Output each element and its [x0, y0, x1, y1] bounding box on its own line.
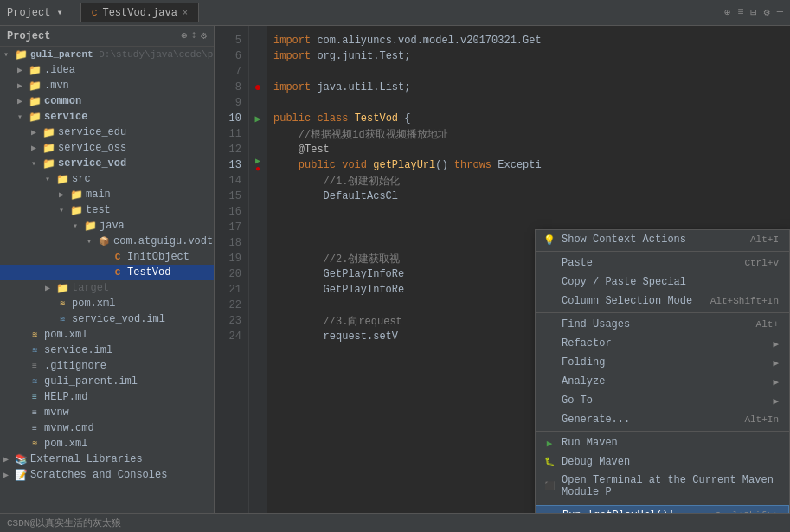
scroll-icon[interactable]: ↕ [191, 29, 197, 42]
menu-left-goto: Go To [543, 394, 593, 407]
project-label: Project ▾ [7, 6, 63, 19]
menu-item-run-getplayurl[interactable]: ▶ Run 'getPlayUrl()' Ctrl+Shift+ [536, 505, 789, 513]
sidebar-item-pom-root[interactable]: ▶ ≋ pom.xml [0, 436, 214, 452]
tab-filename: TestVod.java [102, 7, 177, 19]
oss-arrow: ▶ [31, 143, 42, 153]
pom-vod-icon: ≋ [55, 297, 69, 311]
gutter-22 [249, 298, 267, 313]
gutter-17 [249, 220, 267, 235]
settings-sidebar-icon[interactable]: ⚙ [201, 29, 207, 42]
service-label: service [44, 111, 87, 123]
sidebar-item-mvnw-cmd[interactable]: ▶ ≡ mvnw.cmd [0, 420, 214, 436]
sidebar-item-mvn[interactable]: ▶ 📁 .mvn [0, 78, 214, 93]
open-terminal-icon: ⬛ [543, 479, 556, 493]
menu-item-show-context[interactable]: 💡 Show Context Actions Alt+I [536, 230, 789, 249]
gutter-23 [249, 313, 267, 329]
menu-label-find-usages: Find Usages [562, 318, 630, 330]
target-folder-icon: 📁 [55, 281, 69, 295]
menu-sep-1 [536, 251, 789, 252]
menu-item-copy-paste[interactable]: Copy / Paste Special [536, 272, 789, 292]
toolbar-icon-2[interactable]: ≡ [737, 6, 743, 19]
sidebar-item-src[interactable]: ▾ 📁 src [0, 171, 214, 187]
sidebar-item-package[interactable]: ▾ 📦 com.atguigu.vodtest [0, 234, 214, 249]
tree-root[interactable]: ▾ 📁 guli_parent D:\study\java\code\proje… [0, 47, 214, 62]
sidebar-item-test[interactable]: ▾ 📁 test [0, 202, 214, 218]
menu-item-open-terminal[interactable]: ⬛ Open Terminal at the Current Maven Mod… [536, 471, 789, 501]
menu-item-debug-maven[interactable]: 🐛 Debug Maven [536, 452, 789, 471]
sidebar-item-common[interactable]: ▶ 📁 common [0, 93, 214, 109]
minimize-icon[interactable]: ─ [777, 6, 783, 19]
toolbar-icon-1[interactable]: ⊕ [724, 6, 730, 19]
sidebar-item-help[interactable]: ▶ ≡ HELP.md [0, 389, 214, 405]
paste-icon [543, 256, 556, 270]
menu-item-run-maven[interactable]: ▶ Run Maven [536, 433, 789, 452]
ln-24: 24 [215, 329, 248, 344]
menu-item-paste[interactable]: Paste Ctrl+V [536, 253, 789, 272]
main-area: Project ⊕ ↕ ⚙ ▾ 📁 guli_parent D:\study\j… [0, 26, 790, 513]
tab-close-button[interactable]: × [183, 9, 188, 18]
gutter-19 [249, 251, 267, 266]
sidebar-item-guli-iml[interactable]: ▶ ≋ guli_parent.iml [0, 374, 214, 389]
menu-item-analyze[interactable]: Analyze ▶ [536, 372, 789, 391]
sidebar-item-service-edu[interactable]: ▶ 📁 service_edu [0, 125, 214, 140]
gutter-15 [249, 189, 267, 204]
service-arrow: ▾ [17, 112, 28, 122]
ln-5: 5 [215, 33, 248, 48]
pom-root-label: pom.xml [44, 438, 87, 450]
menu-item-column-sel[interactable]: Column Selection Mode Alt+Shift+In [536, 292, 789, 311]
target-label: target [72, 282, 109, 294]
menu-shortcut-goto: ▶ [773, 395, 779, 407]
settings-icon[interactable]: ⚙ [764, 6, 770, 19]
run-getplayurl-icon: ▶ [543, 509, 557, 513]
menu-label-run-getplayurl: Run 'getPlayUrl()' [562, 510, 675, 513]
sidebar-item-idea[interactable]: ▶ 📁 .idea [0, 62, 214, 78]
menu-label-refactor: Refactor [562, 337, 612, 349]
ln-12: 12 [215, 142, 248, 157]
sidebar-item-scratches[interactable]: ▶ 📝 Scratches and Consoles [0, 467, 214, 483]
line-numbers: 5 6 7 8 9 10 11 12 13 14 15 16 17 18 19 … [215, 26, 249, 513]
menu-label-show-context: Show Context Actions [562, 234, 686, 246]
code-line-12: @Test [267, 142, 790, 157]
mvn-arrow: ▶ [17, 80, 28, 91]
menu-label-folding: Folding [562, 356, 605, 369]
menu-item-generate[interactable]: Generate... Alt+In [536, 410, 789, 429]
ln-16: 16 [215, 204, 248, 220]
ln-9: 9 [215, 95, 248, 111]
collapse-icon[interactable]: ⊕ [181, 29, 187, 42]
menu-label-goto: Go To [562, 394, 593, 407]
menu-label-debug-maven: Debug Maven [562, 456, 630, 468]
sidebar-item-service-vod[interactable]: ▾ 📁 service_vod [0, 156, 214, 171]
sidebar-item-service-oss[interactable]: ▶ 📁 service_oss [0, 140, 214, 156]
sidebar-item-mvnw[interactable]: ▶ ≡ mvnw [0, 405, 214, 420]
menu-item-goto[interactable]: Go To ▶ [536, 391, 789, 410]
gutter-21 [249, 282, 267, 298]
toolbar-icon-3[interactable]: ⊟ [750, 6, 756, 19]
gutter-16 [249, 204, 267, 220]
file-tab[interactable]: C TestVod.java × [80, 3, 199, 22]
menu-left-folding: Folding [543, 356, 605, 369]
menu-item-folding[interactable]: Folding ▶ [536, 353, 789, 372]
gutter-7 [249, 64, 267, 80]
sidebar-item-service[interactable]: ▾ 📁 service [0, 109, 214, 125]
sidebar-item-ext-libs[interactable]: ▶ 📚 External Libraries [0, 452, 214, 467]
sidebar-item-pom-vod[interactable]: ▶ ≋ pom.xml [0, 296, 214, 311]
menu-item-refactor[interactable]: Refactor ▶ [536, 334, 789, 353]
sidebar-item-svod-iml[interactable]: ▶ ≋ service_vod.iml [0, 311, 214, 327]
ext-libs-arrow: ▶ [3, 454, 14, 465]
sidebar-item-pom-service[interactable]: ▶ ≋ pom.xml [0, 327, 214, 343]
common-label: common [44, 95, 81, 107]
sidebar-item-gitignore[interactable]: ▶ ≡ .gitignore [0, 358, 214, 374]
sidebar-item-main[interactable]: ▶ 📁 main [0, 187, 214, 202]
init-java-icon: C [111, 250, 125, 264]
menu-item-find-usages[interactable]: Find Usages Alt+ [536, 315, 789, 334]
sidebar-item-target[interactable]: ▶ 📁 target [0, 280, 214, 296]
sidebar-item-initobject[interactable]: ▶ C InitObject [0, 249, 214, 265]
sidebar-item-service-iml[interactable]: ▶ ≋ service.iml [0, 343, 214, 358]
guli-iml-label: guli_parent.iml [44, 375, 138, 388]
ln-11: 11 [215, 126, 248, 142]
mvnw-cmd-icon: ≡ [28, 421, 42, 435]
ln-13: 13 [215, 157, 248, 173]
common-folder-icon: 📁 [28, 94, 42, 108]
sidebar-item-testvod[interactable]: ▶ C TestVod [0, 265, 214, 280]
sidebar-item-java[interactable]: ▾ 📁 java [0, 218, 214, 234]
